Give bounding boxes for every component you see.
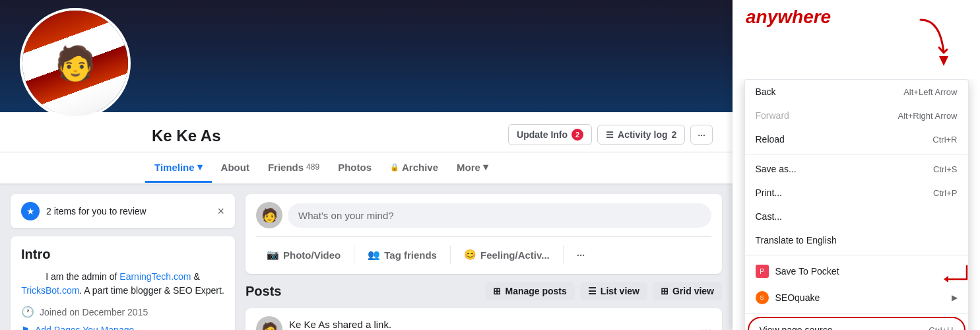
posts-header: Posts ⊞ Manage posts ☰ List view ⊞ Grid <box>245 282 722 300</box>
photo-video-button[interactable]: 📷 Photo/Video <box>256 244 351 266</box>
review-text: 2 items for you to review <box>46 206 147 216</box>
activity-list-icon: ☰ <box>606 130 614 140</box>
star-icon: ★ <box>21 202 40 220</box>
reload-label: Reload <box>756 134 785 145</box>
print-label: Print... <box>756 187 782 198</box>
menu-item-forward: Forward Alt+Right Arrow <box>745 104 968 127</box>
review-close-button[interactable]: × <box>217 205 224 218</box>
grid-view-icon: ⊞ <box>661 286 669 296</box>
divider3 <box>563 246 564 264</box>
tab-more-label: More <box>457 162 480 173</box>
feeling-icon: 😊 <box>464 249 476 261</box>
back-shortcut: Alt+Left Arrow <box>903 87 957 97</box>
manage-posts-button[interactable]: ⊞ Manage posts <box>485 282 574 300</box>
manage-posts-label: Manage posts <box>505 286 566 296</box>
left-sidebar: ★ 2 items for you to review × Intro I am… <box>11 194 235 330</box>
right-content: 🧑 What's on your mind? 📷 Photo/Video 👥 T… <box>245 194 722 330</box>
profile-avatar-emoji: 🧑 <box>55 44 96 82</box>
print-shortcut: Ctrl+P <box>933 188 957 198</box>
more-options-button[interactable]: ··· <box>690 125 713 145</box>
update-info-button[interactable]: Update Info 2 <box>508 124 592 145</box>
red-arrow <box>901 13 954 79</box>
save-as-label: Save as... <box>756 164 797 174</box>
tab-timeline-label: Timeline <box>154 162 195 173</box>
bio-prefix: I am the admin of <box>46 271 119 282</box>
intro-bio: I am the admin of EarningTech.com & Tric… <box>21 270 224 298</box>
post-item: 🧑 Ke Ke As shared a link. 3 March at 15:… <box>245 308 722 330</box>
composer-input[interactable]: What's on your mind? <box>288 203 711 228</box>
post-options-button[interactable]: ··· <box>700 322 711 331</box>
tag-friends-button[interactable]: 👥 Tag friends <box>357 244 447 266</box>
back-label: Back <box>756 86 776 97</box>
add-pages-label: Add Pages You Manage <box>35 325 134 330</box>
bio-link2[interactable]: TricksBot.com <box>21 285 79 296</box>
tab-archive[interactable]: 🔒 Archive <box>381 154 447 183</box>
pocket-icon: P <box>756 265 769 278</box>
list-view-button[interactable]: ☰ List view <box>580 282 647 300</box>
joined-text: Joined on December 2015 <box>40 307 148 317</box>
context-menu: Back Alt+Left Arrow Forward Alt+Right Ar… <box>744 79 969 330</box>
intro-card: Intro I am the admin of EarningTech.com … <box>11 236 235 330</box>
activity-log-label: Activity log <box>618 129 667 140</box>
tab-more[interactable]: More ▾ <box>447 153 498 183</box>
composer-avatar: 🧑 <box>256 202 282 228</box>
grid-view-label: Grid view <box>672 286 714 296</box>
more-dropdown-icon: ▾ <box>483 161 488 173</box>
tab-about[interactable]: About <box>212 154 259 183</box>
seoquake-label: SEOquake <box>775 292 820 303</box>
tab-timeline[interactable]: Timeline ▾ <box>145 153 212 183</box>
review-content: ★ 2 items for you to review <box>21 202 147 220</box>
ellipsis-icon: ··· <box>698 129 705 140</box>
photo-icon: 📷 <box>267 249 279 261</box>
tab-friends-label: Friends <box>268 162 304 173</box>
cast-label: Cast... <box>756 211 782 222</box>
divider2 <box>450 246 451 264</box>
seoquake-arrow: ▶ <box>952 293 958 302</box>
facebook-profile: 🧑 Ke Ke As Update Info 2 ☰ Activity log … <box>0 0 733 330</box>
view-source-label: View page source <box>760 325 833 330</box>
reload-shortcut: Ctrl+R <box>932 135 957 145</box>
arrow-area: anywhere <box>733 0 980 79</box>
tab-photos[interactable]: Photos <box>329 154 381 183</box>
seoquake-icon: S <box>756 291 769 304</box>
post-author-avatar: 🧑 <box>256 316 282 330</box>
profile-actions: Update Info 2 ☰ Activity log 2 ··· <box>508 124 713 152</box>
main-content: ★ 2 items for you to review × Intro I am… <box>0 183 733 330</box>
more-dots-icon: ··· <box>577 249 585 261</box>
friends-count: 489 <box>306 162 319 172</box>
activity-log-badge: 2 <box>672 129 677 140</box>
save-as-shortcut: Ctrl+S <box>933 164 957 174</box>
flag-icon: ⚑ <box>21 325 30 330</box>
divider <box>354 246 354 264</box>
review-banner: ★ 2 items for you to review × <box>11 194 235 228</box>
grid-view-button[interactable]: ⊞ Grid view <box>653 282 722 300</box>
pocket-label: Save To Pocket <box>775 266 839 277</box>
tab-friends[interactable]: Friends 489 <box>259 154 329 183</box>
bio-mid: & <box>191 271 200 282</box>
svg-marker-0 <box>939 56 948 66</box>
manage-posts-icon: ⊞ <box>493 286 501 296</box>
bio-link1[interactable]: EarningTech.com <box>119 271 191 282</box>
menu-item-reload[interactable]: Reload Ctrl+R <box>745 127 968 151</box>
activity-log-button[interactable]: ☰ Activity log 2 <box>597 125 685 145</box>
posts-title: Posts <box>245 284 281 299</box>
bottom-red-arrow <box>934 263 973 292</box>
menu-item-back[interactable]: Back Alt+Left Arrow <box>745 80 968 104</box>
more-composer-button[interactable]: ··· <box>566 244 596 266</box>
menu-item-translate[interactable]: Translate to English <box>745 228 968 252</box>
profile-name: Ke Ke As <box>152 127 220 152</box>
menu-item-cast[interactable]: Cast... <box>745 205 968 228</box>
tag-icon: 👥 <box>368 249 380 261</box>
menu-item-view-source[interactable]: View page source Ctrl+U <box>749 318 964 330</box>
svg-marker-1 <box>944 276 948 282</box>
update-info-badge: 2 <box>572 129 583 141</box>
forward-shortcut: Alt+Right Arrow <box>898 111 958 121</box>
feeling-label: Feeling/Activ... <box>480 249 550 261</box>
profile-picture: 🧑 <box>20 8 131 119</box>
seoquake-row: S SEOquake <box>756 291 820 304</box>
intro-title: Intro <box>21 247 224 262</box>
feeling-button[interactable]: 😊 Feeling/Activ... <box>453 244 560 266</box>
menu-item-save-as[interactable]: Save as... Ctrl+S <box>745 157 968 181</box>
add-pages-link[interactable]: ⚑ Add Pages You Manage <box>21 325 224 330</box>
menu-item-print[interactable]: Print... Ctrl+P <box>745 181 968 205</box>
